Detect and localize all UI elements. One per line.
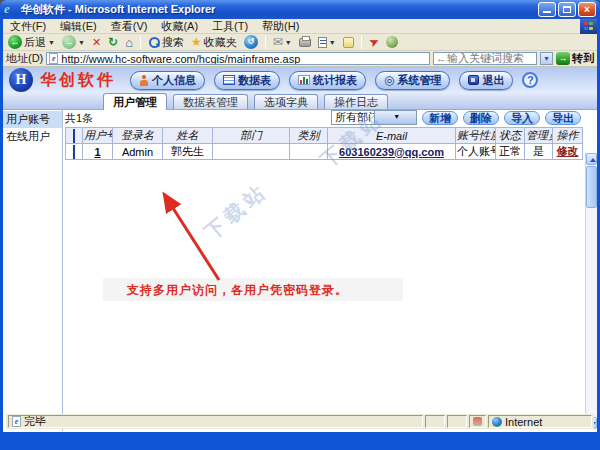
modify-link[interactable]: 修改 — [557, 145, 579, 157]
edit-dropdown-icon[interactable]: ▼ — [329, 39, 336, 46]
nav-exit-button[interactable]: 退出 — [459, 71, 513, 90]
home-icon: ⌂ — [125, 37, 133, 48]
status-bar: e 完毕 Internet — [6, 414, 594, 429]
history-button[interactable]: ↺ — [241, 35, 261, 49]
tab-user-management[interactable]: 用户管理 — [103, 93, 167, 110]
nav-system-admin-button[interactable]: ◎ 系统管理 — [375, 71, 450, 90]
exit-icon — [468, 75, 479, 85]
nav-label: 退出 — [482, 73, 504, 88]
users-table: 用户号 登录名 姓名 部门 类别 E-mail 账号性质 状态 管理员 操作 1 — [65, 127, 583, 160]
keyword-dropdown-icon[interactable]: ▼ — [540, 52, 553, 65]
table-row: 1 Admin 郭先生 603160239@qq.com 个人账号 正常 是 修… — [66, 144, 583, 160]
keyword-search-input[interactable]: ←输入关键词搜索 — [433, 52, 537, 65]
status-cell: 正常 — [496, 144, 525, 160]
search-button[interactable]: 搜索 — [145, 35, 187, 50]
nav-data-tables-button[interactable]: 数据表 — [214, 71, 280, 90]
mail-button[interactable]: ✉ ▼ — [270, 35, 295, 49]
col-action: 操作 — [553, 128, 583, 144]
menu-tools[interactable]: 工具(T) — [205, 19, 255, 34]
scrollbar-thumb[interactable] — [586, 166, 597, 208]
gear-icon: ◎ — [384, 75, 394, 85]
plugin-button-1[interactable]: ➤ — [366, 35, 382, 49]
ie-window: e 华创软件 - Microsoft Internet Explorer × 文… — [0, 0, 600, 450]
favorites-label: 收藏夹 — [204, 35, 237, 50]
select-all-checkbox[interactable] — [73, 129, 75, 143]
email-link[interactable]: 603160239@qq.com — [339, 146, 444, 158]
search-icon — [148, 36, 160, 48]
status-zone-panel: Internet — [488, 415, 592, 428]
sidebar: 用户账号 在线用户 — [3, 110, 63, 431]
stop-icon: ✕ — [92, 36, 101, 49]
address-input[interactable]: e http://www.hc-software.com/hcgis/mainf… — [46, 52, 430, 65]
tab-operation-log[interactable]: 操作日志 — [324, 94, 388, 109]
close-button[interactable]: × — [578, 2, 596, 17]
annotation-arrow — [153, 186, 228, 286]
refresh-icon: ↻ — [108, 35, 118, 49]
stop-button[interactable]: ✕ — [89, 36, 104, 49]
delete-button[interactable]: 删除 — [463, 111, 499, 125]
notes-button[interactable] — [340, 37, 357, 48]
tab-option-dictionary[interactable]: 选项字典 — [254, 94, 318, 109]
nav-personal-info-button[interactable]: 个人信息 — [130, 71, 205, 90]
chevron-down-icon[interactable]: ▼ — [374, 111, 417, 124]
select-all-checkbox-cell — [66, 128, 83, 144]
plugin-red-icon: ➤ — [366, 34, 381, 51]
sidebar-item-user-accounts[interactable]: 用户账号 — [3, 111, 62, 128]
col-name: 姓名 — [163, 128, 213, 144]
col-account-type: 账号性质 — [456, 128, 496, 144]
tab-band: 用户管理 数据表管理 选项字典 操作日志 — [3, 93, 597, 110]
go-button[interactable]: → 转到 — [556, 51, 594, 66]
favorites-button[interactable]: ★ 收藏夹 — [188, 35, 240, 50]
back-icon: ← — [8, 35, 22, 49]
mail-dropdown-icon[interactable]: ▼ — [285, 39, 292, 46]
scroll-up-icon[interactable] — [586, 153, 597, 165]
scrollbar-track[interactable] — [586, 209, 597, 417]
internet-zone-label: Internet — [505, 416, 542, 428]
print-button[interactable] — [296, 38, 314, 47]
col-status: 状态 — [496, 128, 525, 144]
forward-button[interactable]: → ▼ — [59, 35, 88, 49]
refresh-button[interactable]: ↻ — [105, 35, 121, 49]
status-spacer-panel — [447, 415, 467, 428]
maximize-button[interactable] — [558, 2, 576, 17]
app-header: H 华创软件 个人信息 数据表 统计报表 ◎ 系统管理 退出 ? — [3, 67, 597, 93]
history-icon: ↺ — [244, 35, 258, 49]
record-count: 共1条 — [65, 111, 93, 126]
row-checkbox[interactable] — [73, 145, 75, 159]
edit-page-icon — [318, 37, 327, 48]
minimize-button[interactable] — [538, 2, 556, 17]
back-button[interactable]: ← 后退 ▼ — [5, 35, 58, 50]
help-button[interactable]: ? — [522, 72, 538, 88]
forward-dropdown-icon[interactable]: ▼ — [78, 39, 85, 46]
export-button[interactable]: 导出 — [545, 111, 581, 125]
menu-help[interactable]: 帮助(H) — [255, 19, 306, 34]
edit-button[interactable]: ▼ — [315, 37, 339, 48]
toolbar-separator — [265, 36, 266, 49]
plugin-button-2[interactable] — [383, 36, 401, 48]
menu-bar: 文件(F) 编辑(E) 查看(V) 收藏(A) 工具(T) 帮助(H) — [3, 19, 597, 34]
back-dropdown-icon[interactable]: ▼ — [48, 39, 55, 46]
menu-favorites[interactable]: 收藏(A) — [154, 19, 205, 34]
list-controls: 所有部门 ▼ 新增 删除 导入 导出 — [331, 110, 581, 125]
menu-view[interactable]: 查看(V) — [104, 19, 155, 34]
mail-icon: ✉ — [273, 35, 283, 49]
tab-table-management[interactable]: 数据表管理 — [173, 94, 248, 109]
nav-reports-button[interactable]: 统计报表 — [289, 71, 366, 90]
add-button[interactable]: 新增 — [422, 111, 458, 125]
status-text: 完毕 — [24, 414, 46, 429]
window-title: 华创软件 - Microsoft Internet Explorer — [21, 2, 536, 17]
menu-file[interactable]: 文件(F) — [3, 19, 53, 34]
content-scrollbar[interactable] — [585, 153, 597, 429]
col-admin: 管理员 — [525, 128, 553, 144]
sidebar-item-online-users[interactable]: 在线用户 — [3, 128, 62, 145]
address-bar: 地址(D) e http://www.hc-software.com/hcgis… — [3, 51, 597, 67]
import-button[interactable]: 导入 — [504, 111, 540, 125]
forward-icon: → — [62, 35, 76, 49]
home-button[interactable]: ⌂ — [122, 37, 136, 48]
menu-edit[interactable]: 编辑(E) — [53, 19, 104, 34]
address-label: 地址(D) — [6, 51, 43, 66]
page-icon: e — [49, 53, 58, 64]
user-id-link[interactable]: 1 — [94, 146, 100, 158]
department-filter-select[interactable]: 所有部门 ▼ — [331, 110, 417, 125]
address-url: http://www.hc-software.com/hcgis/mainfra… — [61, 53, 300, 65]
